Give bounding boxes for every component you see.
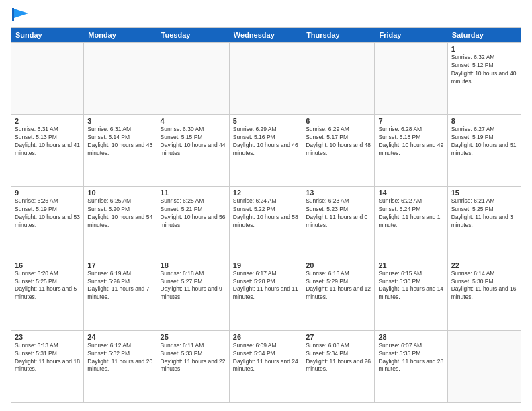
- day-info: Sunrise: 6:32 AM Sunset: 5:12 PM Dayligh…: [451, 54, 517, 86]
- day-header-thursday: Thursday: [302, 28, 375, 42]
- day-info: Sunrise: 6:24 AM Sunset: 5:22 PM Dayligh…: [233, 197, 298, 230]
- day-number: 9: [15, 189, 80, 197]
- day-number: 14: [378, 189, 443, 197]
- day-header-sunday: Sunday: [11, 28, 84, 42]
- calendar-cell: 18Sunrise: 6:18 AM Sunset: 5:27 PM Dayli…: [157, 259, 230, 330]
- calendar-cell: 10Sunrise: 6:25 AM Sunset: 5:20 PM Dayli…: [84, 187, 157, 258]
- calendar-cell: 7Sunrise: 6:28 AM Sunset: 5:18 PM Daylig…: [375, 115, 447, 186]
- day-number: 27: [306, 333, 371, 341]
- day-info: Sunrise: 6:30 AM Sunset: 5:15 PM Dayligh…: [161, 126, 226, 158]
- calendar-cell: 17Sunrise: 6:19 AM Sunset: 5:26 PM Dayli…: [84, 259, 157, 330]
- day-number: 16: [15, 261, 80, 269]
- logo-flag-icon: [12, 8, 28, 21]
- calendar-cell: 24Sunrise: 6:12 AM Sunset: 5:32 PM Dayli…: [84, 331, 157, 402]
- day-number: 23: [15, 333, 80, 341]
- day-info: Sunrise: 6:29 AM Sunset: 5:16 PM Dayligh…: [233, 126, 298, 158]
- day-header-wednesday: Wednesday: [230, 28, 302, 42]
- calendar-cell: 4Sunrise: 6:30 AM Sunset: 5:15 PM Daylig…: [157, 115, 230, 186]
- day-info: Sunrise: 6:19 AM Sunset: 5:26 PM Dayligh…: [87, 270, 152, 302]
- calendar-cell: 13Sunrise: 6:23 AM Sunset: 5:23 PM Dayli…: [302, 187, 375, 258]
- calendar-cell: [84, 43, 157, 114]
- day-info: Sunrise: 6:23 AM Sunset: 5:23 PM Dayligh…: [306, 197, 371, 230]
- calendar-cell: [375, 43, 447, 114]
- day-info: Sunrise: 6:15 AM Sunset: 5:30 PM Dayligh…: [378, 270, 443, 302]
- day-number: 11: [161, 189, 226, 197]
- calendar-week-2: 2Sunrise: 6:31 AM Sunset: 5:13 PM Daylig…: [11, 114, 521, 186]
- calendar-cell: 6Sunrise: 6:29 AM Sunset: 5:17 PM Daylig…: [302, 115, 375, 186]
- day-header-saturday: Saturday: [448, 28, 521, 42]
- calendar-cell: [302, 43, 375, 114]
- day-info: Sunrise: 6:14 AM Sunset: 5:30 PM Dayligh…: [451, 270, 517, 302]
- day-number: 21: [378, 261, 443, 269]
- calendar-cell: [448, 331, 521, 402]
- day-number: 22: [451, 261, 517, 269]
- calendar-cell: [157, 43, 230, 114]
- day-number: 28: [378, 333, 443, 341]
- calendar-cell: [11, 43, 84, 114]
- day-info: Sunrise: 6:25 AM Sunset: 5:21 PM Dayligh…: [161, 197, 226, 230]
- calendar-cell: 16Sunrise: 6:20 AM Sunset: 5:25 PM Dayli…: [11, 259, 84, 330]
- calendar-cell: 22Sunrise: 6:14 AM Sunset: 5:30 PM Dayli…: [448, 259, 521, 330]
- calendar-cell: 12Sunrise: 6:24 AM Sunset: 5:22 PM Dayli…: [230, 187, 302, 258]
- day-number: 6: [306, 117, 371, 125]
- day-number: 19: [233, 261, 298, 269]
- day-info: Sunrise: 6:07 AM Sunset: 5:35 PM Dayligh…: [378, 342, 443, 374]
- calendar-cell: 15Sunrise: 6:21 AM Sunset: 5:25 PM Dayli…: [448, 187, 521, 258]
- calendar-cell: 26Sunrise: 6:09 AM Sunset: 5:34 PM Dayli…: [230, 331, 302, 402]
- day-header-tuesday: Tuesday: [157, 28, 230, 42]
- day-number: 10: [87, 189, 152, 197]
- calendar-cell: 1Sunrise: 6:32 AM Sunset: 5:12 PM Daylig…: [448, 43, 521, 114]
- day-number: 20: [306, 261, 371, 269]
- day-number: 5: [233, 117, 298, 125]
- day-info: Sunrise: 6:21 AM Sunset: 5:25 PM Dayligh…: [451, 197, 517, 230]
- day-info: Sunrise: 6:17 AM Sunset: 5:28 PM Dayligh…: [233, 270, 298, 302]
- calendar-week-5: 23Sunrise: 6:13 AM Sunset: 5:31 PM Dayli…: [11, 330, 521, 402]
- day-info: Sunrise: 6:29 AM Sunset: 5:17 PM Dayligh…: [306, 126, 371, 158]
- day-info: Sunrise: 6:28 AM Sunset: 5:18 PM Dayligh…: [378, 126, 443, 158]
- calendar-cell: 2Sunrise: 6:31 AM Sunset: 5:13 PM Daylig…: [11, 115, 84, 186]
- day-info: Sunrise: 6:12 AM Sunset: 5:32 PM Dayligh…: [87, 342, 152, 374]
- day-number: 8: [451, 117, 517, 125]
- day-number: 26: [233, 333, 298, 341]
- calendar-header: SundayMondayTuesdayWednesdayThursdayFrid…: [11, 28, 521, 42]
- calendar-week-3: 9Sunrise: 6:26 AM Sunset: 5:19 PM Daylig…: [11, 186, 521, 258]
- day-info: Sunrise: 6:16 AM Sunset: 5:29 PM Dayligh…: [306, 270, 371, 302]
- calendar-cell: 11Sunrise: 6:25 AM Sunset: 5:21 PM Dayli…: [157, 187, 230, 258]
- day-info: Sunrise: 6:25 AM Sunset: 5:20 PM Dayligh…: [87, 197, 152, 230]
- day-info: Sunrise: 6:22 AM Sunset: 5:24 PM Dayligh…: [378, 197, 443, 230]
- calendar-cell: [230, 43, 302, 114]
- calendar-body: 1Sunrise: 6:32 AM Sunset: 5:12 PM Daylig…: [11, 42, 521, 402]
- day-info: Sunrise: 6:13 AM Sunset: 5:31 PM Dayligh…: [15, 342, 80, 374]
- day-info: Sunrise: 6:31 AM Sunset: 5:14 PM Dayligh…: [87, 126, 152, 158]
- day-info: Sunrise: 6:11 AM Sunset: 5:33 PM Dayligh…: [161, 342, 226, 374]
- day-info: Sunrise: 6:26 AM Sunset: 5:19 PM Dayligh…: [15, 197, 80, 230]
- page: SundayMondayTuesdayWednesdayThursdayFrid…: [0, 0, 532, 411]
- calendar-cell: 21Sunrise: 6:15 AM Sunset: 5:30 PM Dayli…: [375, 259, 447, 330]
- day-info: Sunrise: 6:09 AM Sunset: 5:34 PM Dayligh…: [233, 342, 298, 374]
- calendar-cell: 27Sunrise: 6:08 AM Sunset: 5:34 PM Dayli…: [302, 331, 375, 402]
- day-header-monday: Monday: [84, 28, 157, 42]
- day-info: Sunrise: 6:18 AM Sunset: 5:27 PM Dayligh…: [161, 270, 226, 302]
- day-info: Sunrise: 6:27 AM Sunset: 5:19 PM Dayligh…: [451, 126, 517, 158]
- calendar-cell: 9Sunrise: 6:26 AM Sunset: 5:19 PM Daylig…: [11, 187, 84, 258]
- logo: [11, 8, 28, 21]
- calendar-week-1: 1Sunrise: 6:32 AM Sunset: 5:12 PM Daylig…: [11, 42, 521, 114]
- calendar-cell: 3Sunrise: 6:31 AM Sunset: 5:14 PM Daylig…: [84, 115, 157, 186]
- day-number: 1: [451, 45, 517, 53]
- calendar-cell: 8Sunrise: 6:27 AM Sunset: 5:19 PM Daylig…: [448, 115, 521, 186]
- calendar-week-4: 16Sunrise: 6:20 AM Sunset: 5:25 PM Dayli…: [11, 259, 521, 330]
- day-number: 17: [87, 261, 152, 269]
- day-number: 4: [161, 117, 226, 125]
- day-number: 25: [161, 333, 226, 341]
- day-number: 18: [161, 261, 226, 269]
- day-info: Sunrise: 6:31 AM Sunset: 5:13 PM Dayligh…: [15, 126, 80, 158]
- calendar-cell: 28Sunrise: 6:07 AM Sunset: 5:35 PM Dayli…: [375, 331, 447, 402]
- day-number: 12: [233, 189, 298, 197]
- day-number: 3: [87, 117, 152, 125]
- calendar-cell: 5Sunrise: 6:29 AM Sunset: 5:16 PM Daylig…: [230, 115, 302, 186]
- day-number: 13: [306, 189, 371, 197]
- calendar-cell: 23Sunrise: 6:13 AM Sunset: 5:31 PM Dayli…: [11, 331, 84, 402]
- calendar: SundayMondayTuesdayWednesdayThursdayFrid…: [11, 27, 521, 403]
- svg-rect-1: [12, 8, 14, 21]
- day-info: Sunrise: 6:20 AM Sunset: 5:25 PM Dayligh…: [15, 270, 80, 302]
